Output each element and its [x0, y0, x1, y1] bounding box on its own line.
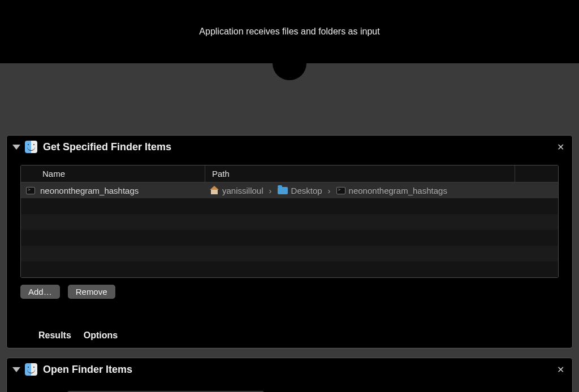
action-open-finder-items[interactable]: Open Finder Items ✕ Open with: Default A… — [6, 358, 573, 392]
terminal-file-icon — [26, 187, 35, 194]
add-button[interactable]: Add… — [20, 285, 60, 299]
finder-icon — [25, 141, 37, 153]
action-footer: Results Options — [7, 323, 572, 348]
workflow-input-header: Application receives files and folders a… — [0, 0, 579, 63]
column-header-path[interactable]: Path — [205, 165, 515, 182]
disclosure-triangle-icon[interactable] — [12, 145, 20, 150]
action-header: Open Finder Items ✕ — [7, 358, 572, 381]
table-header: Name Path — [21, 165, 558, 182]
row-name: neononthegram_hashtags — [40, 186, 205, 195]
column-header-name[interactable]: Name — [40, 165, 205, 182]
path-segment: Desktop — [291, 186, 322, 195]
finder-icon — [25, 363, 37, 376]
table-body: neononthegram_hashtags yanissilloul › De… — [21, 182, 558, 277]
folder-icon — [278, 187, 288, 194]
chevron-right-icon: › — [328, 186, 331, 195]
workflow-input-text: Application receives files and folders a… — [199, 27, 379, 37]
terminal-file-icon — [336, 187, 345, 194]
path-segment: neononthegram_hashtags — [349, 186, 447, 195]
chevron-right-icon: › — [269, 186, 272, 195]
table-row-empty[interactable] — [21, 262, 558, 277]
results-button[interactable]: Results — [38, 330, 71, 341]
action-title: Open Finder Items — [43, 364, 555, 376]
path-segment: yanissilloul — [222, 186, 263, 195]
action-header: Get Specified Finder Items ✕ — [7, 136, 572, 158]
remove-button[interactable]: Remove — [68, 285, 115, 299]
close-icon[interactable]: ✕ — [555, 362, 567, 377]
disclosure-triangle-icon[interactable] — [12, 367, 20, 372]
options-button[interactable]: Options — [84, 330, 118, 341]
workflow-canvas: Get Specified Finder Items ✕ Name Path n… — [0, 63, 579, 392]
action-get-specified-finder-items[interactable]: Get Specified Finder Items ✕ Name Path n… — [6, 135, 573, 349]
action-title: Get Specified Finder Items — [43, 141, 555, 153]
table-row-empty[interactable] — [21, 230, 558, 246]
table-row-empty[interactable] — [21, 198, 558, 214]
close-icon[interactable]: ✕ — [555, 140, 567, 155]
table-row[interactable]: neononthegram_hashtags yanissilloul › De… — [21, 182, 558, 198]
home-icon — [210, 186, 219, 194]
finder-items-table: Name Path neononthegram_hashtags yanissi… — [20, 165, 559, 278]
row-path: yanissilloul › Desktop › neononthegram_h… — [205, 186, 558, 195]
table-row-empty[interactable] — [21, 214, 558, 230]
table-row-empty[interactable] — [21, 246, 558, 262]
